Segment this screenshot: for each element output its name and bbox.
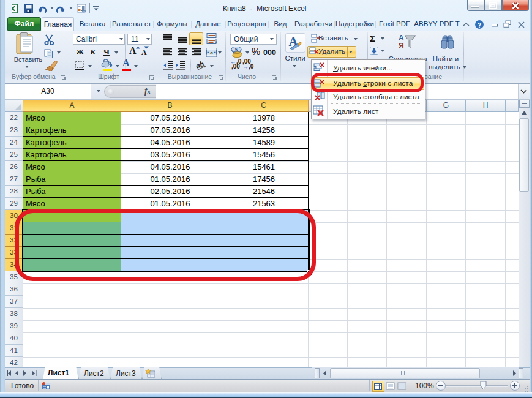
svg-text:a: a bbox=[210, 50, 213, 56]
svg-text:?: ? bbox=[478, 21, 482, 29]
svg-text:А: А bbox=[399, 34, 404, 42]
svg-text:Я: Я bbox=[399, 42, 404, 50]
